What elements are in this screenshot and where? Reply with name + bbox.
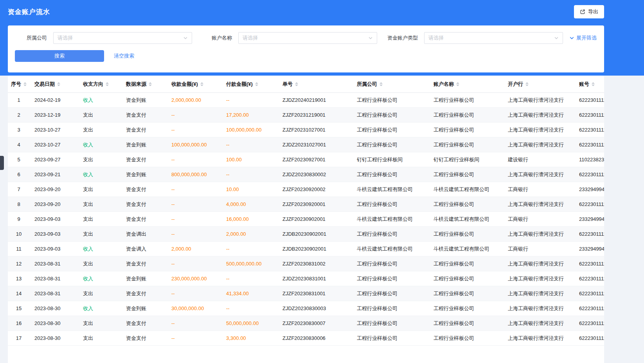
cell-account-number: 6222301111 xyxy=(574,227,604,242)
table-row[interactable]: 8 2023-09-20 支出 资金支付 -- 4,000.00 ZJZF202… xyxy=(8,197,604,212)
cell-paid-amount: -- xyxy=(221,167,278,182)
table-row[interactable]: 12 2023-08-31 支出 资金支付 -- 500,000,000.00 … xyxy=(8,256,604,271)
table-row[interactable]: 4 2023-10-27 收入 资金到账 100,000,000.00 -- Z… xyxy=(8,137,604,152)
cell-company: 斗栱云建筑工程有限公司 xyxy=(352,242,429,256)
company-select[interactable]: 请选择 xyxy=(53,32,192,44)
expand-filters-link[interactable]: 展开筛选 xyxy=(569,34,597,42)
company-filter-label: 所属公司 xyxy=(15,34,47,42)
cell-company: 斗栱云建筑工程有限公司 xyxy=(352,212,429,227)
cell-transaction-date: 2023-09-03 xyxy=(30,242,78,256)
sort-icon[interactable] xyxy=(456,82,459,86)
clear-search-link[interactable]: 清空搜索 xyxy=(114,52,134,60)
column-header[interactable]: 账户名称 xyxy=(429,76,503,93)
cell-account-number: 6222301111 xyxy=(574,256,604,271)
column-header[interactable]: 序号 xyxy=(8,76,30,93)
cell-received-amount: 30,000,000.00 xyxy=(167,301,221,316)
cell-bank: 上海工商银行漕河泾支行 xyxy=(503,227,574,242)
cell-account-number: 1102238231 xyxy=(574,152,604,167)
cell-account-number: 6222301111 xyxy=(574,316,604,331)
account-type-select-placeholder: 请选择 xyxy=(428,34,444,42)
table-row[interactable]: 15 2023-08-30 收入 资金到账 30,000,000.00 -- Z… xyxy=(8,301,604,316)
cell-transaction-date: 2023-09-20 xyxy=(30,182,78,197)
cell-index: 14 xyxy=(8,286,30,301)
cell-company: 工程行业样板公司 xyxy=(352,227,429,242)
cell-company: 工程行业样板公司 xyxy=(352,108,429,123)
search-button[interactable]: 搜索 xyxy=(15,50,104,62)
column-header[interactable]: 单号 xyxy=(278,76,352,93)
account-name-filter-label: 账户名称 xyxy=(212,34,232,42)
cell-order-number: ZJZF20231219001 xyxy=(278,108,352,123)
table-row[interactable]: 1 2024-02-19 收入 资金到账 2,000,000.00 -- ZJD… xyxy=(8,93,604,108)
cell-account-number: 6222301111 xyxy=(574,331,604,346)
cell-transaction-date: 2023-09-21 xyxy=(30,167,78,182)
cell-received-amount: -- xyxy=(167,286,221,301)
table-row[interactable]: 7 2023-09-20 支出 资金支付 -- 10.00 ZJZF202309… xyxy=(8,182,604,197)
table-row[interactable]: 11 2023-09-03 收入 资金调入 2,000.00 -- ZJDB20… xyxy=(8,242,604,256)
column-header[interactable]: 交易日期 xyxy=(30,76,78,93)
cell-direction: 收入 xyxy=(78,137,121,152)
table-row[interactable]: 3 2023-10-27 支出 资金支付 -- 100,000,000.00 Z… xyxy=(8,123,604,137)
cell-account-name: 工程行业样板公司 xyxy=(429,256,503,271)
sort-icon[interactable] xyxy=(106,82,109,86)
sort-icon[interactable] xyxy=(295,82,298,86)
column-header[interactable]: 所属公司 xyxy=(352,76,429,93)
cell-order-number: ZJZF20230927001 xyxy=(278,152,352,167)
column-header[interactable]: 开户行 xyxy=(503,76,574,93)
chevron-down-icon xyxy=(569,36,574,41)
cell-account-number: 6222301111 xyxy=(574,167,604,182)
cell-bank: 建设银行 xyxy=(503,152,574,167)
sort-icon[interactable] xyxy=(255,82,258,86)
cell-bank: 上海工商银行漕河泾支行 xyxy=(503,331,574,346)
table-row[interactable]: 2 2023-12-19 支出 资金支付 -- 17,200.00 ZJZF20… xyxy=(8,108,604,123)
cell-bank: 上海工商银行漕河泾支行 xyxy=(503,316,574,331)
sort-icon[interactable] xyxy=(380,82,383,86)
table-row[interactable]: 9 2023-09-03 支出 资金支付 -- 16,000.00 ZJZF20… xyxy=(8,212,604,227)
table-row[interactable]: 17 2023-08-30 支出 资金支付 -- 3,300.00 ZJZF20… xyxy=(8,331,604,346)
cell-order-number: ZJDZ20230831001 xyxy=(278,271,352,286)
cell-data-source: 资金到账 xyxy=(121,167,167,182)
cell-direction: 收入 xyxy=(78,242,121,256)
column-header[interactable]: 付款金额(¥) xyxy=(221,76,278,93)
column-header[interactable]: 收款金额(¥) xyxy=(167,76,221,93)
cell-direction: 支出 xyxy=(78,256,121,271)
cell-direction: 支出 xyxy=(78,197,121,212)
cell-company: 工程行业样板公司 xyxy=(352,93,429,108)
cell-transaction-date: 2023-12-19 xyxy=(30,108,78,123)
cell-account-name: 工程行业样板公司 xyxy=(429,123,503,137)
column-header[interactable]: 收支方向 xyxy=(78,76,121,93)
account-type-select[interactable]: 请选择 xyxy=(424,32,563,44)
cell-order-number: ZJZF20231027001 xyxy=(278,123,352,137)
account-name-select[interactable]: 请选择 xyxy=(238,32,377,44)
cell-account-number: 6222301111 xyxy=(574,271,604,286)
cell-received-amount: 2,000,000.00 xyxy=(167,93,221,108)
table-row[interactable]: 13 2023-08-31 收入 资金到账 230,000,000.00 -- … xyxy=(8,271,604,286)
filter-panel: 所属公司 请选择 账户名称 请选择 xyxy=(8,25,604,72)
sort-icon[interactable] xyxy=(200,82,203,86)
cell-direction: 支出 xyxy=(78,331,121,346)
cell-paid-amount: 3,300.00 xyxy=(221,331,278,346)
column-header-label: 收款金额(¥) xyxy=(171,81,198,88)
column-header-label: 开户行 xyxy=(508,81,523,88)
cell-account-name: 工程行业样板公司 xyxy=(429,167,503,182)
cell-transaction-date: 2023-09-20 xyxy=(30,197,78,212)
sort-icon[interactable] xyxy=(23,82,27,86)
cell-order-number: ZJZF20230831002 xyxy=(278,256,352,271)
column-header[interactable]: 数据来源 xyxy=(121,76,167,93)
table-row[interactable]: 16 2023-08-30 支出 资金支付 -- 50,000,000.00 Z… xyxy=(8,316,604,331)
table-row[interactable]: 14 2023-08-31 支出 资金支付 -- 41,334.00 ZJZF2… xyxy=(8,286,604,301)
filter-group-account-name: 账户名称 请选择 xyxy=(212,32,377,44)
cell-data-source: 资金到账 xyxy=(121,271,167,286)
cell-received-amount: -- xyxy=(167,182,221,197)
sort-icon[interactable] xyxy=(149,82,152,86)
export-button[interactable]: 导出 xyxy=(574,5,604,18)
sort-icon[interactable] xyxy=(525,82,529,86)
cell-direction: 支出 xyxy=(78,123,121,137)
table-row[interactable]: 10 2023-09-03 支出 资金调出 -- 2,000.00 ZJDB20… xyxy=(8,227,604,242)
column-header[interactable]: 账号 xyxy=(574,76,604,93)
column-header-label: 序号 xyxy=(11,81,21,88)
table-row[interactable]: 5 2023-09-27 支出 资金支付 -- 100.00 ZJZF20230… xyxy=(8,152,604,167)
sidebar-collapse-handle[interactable] xyxy=(0,156,4,170)
table-row[interactable]: 6 2023-09-21 收入 资金到账 800,000,000.00 -- Z… xyxy=(8,167,604,182)
sort-icon[interactable] xyxy=(592,82,595,86)
sort-icon[interactable] xyxy=(57,82,60,86)
